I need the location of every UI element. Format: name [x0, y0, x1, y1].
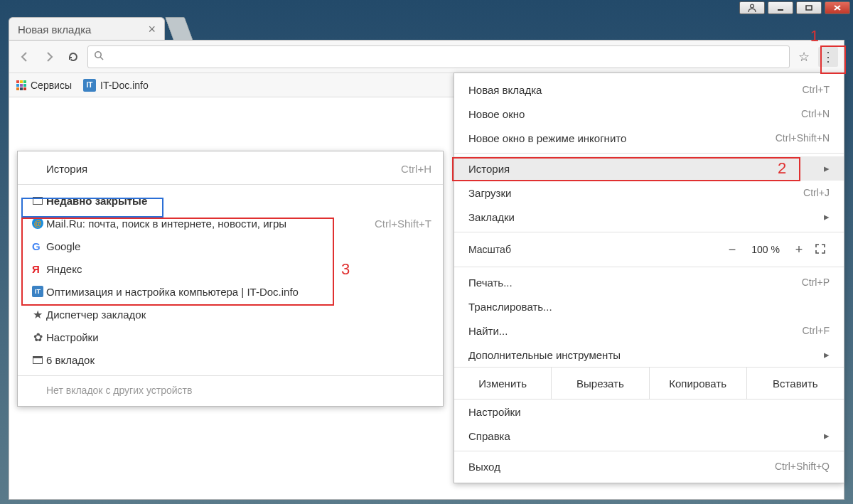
history-header[interactable]: История Ctrl+H	[18, 157, 443, 180]
menu-item-help[interactable]: Справка▸	[454, 424, 844, 448]
svg-point-0	[751, 4, 754, 8]
apps-shortcut[interactable]: Сервисы	[16, 80, 72, 91]
history-item-google[interactable]: G Google	[18, 235, 443, 257]
forward-button[interactable]	[39, 47, 59, 67]
bookmark-label: IT-Doc.info	[100, 80, 149, 91]
menu-item-settings[interactable]: Настройки	[454, 400, 844, 424]
zoom-value: 100 %	[744, 244, 787, 255]
mailru-favicon-icon: @	[29, 218, 46, 229]
apps-grid-icon	[16, 80, 26, 90]
menu-item-print[interactable]: Печать...Ctrl+P	[454, 270, 844, 294]
menu-item-exit[interactable]: ВыходCtrl+Shift+Q	[454, 454, 844, 478]
annotation-label-2: 2	[778, 159, 786, 178]
chevron-right-icon: ▸	[824, 348, 830, 361]
menu-item-new-tab[interactable]: Новая вкладкаCtrl+T	[454, 77, 844, 102]
new-tab-button[interactable]	[165, 17, 193, 41]
main-menu-button[interactable]: ⋮	[818, 47, 838, 67]
six-tabs-item[interactable]: 6 вкладок	[18, 348, 443, 371]
history-item-mailru[interactable]: @ Mail.Ru: почта, поиск в интернете, нов…	[18, 212, 443, 235]
bookmark-item-itdoc[interactable]: IT IT-Doc.info	[83, 79, 149, 92]
history-item-yandex[interactable]: Я Яндекс	[18, 257, 443, 280]
annotation-label-3: 3	[341, 260, 350, 279]
tab-icon	[29, 356, 46, 364]
tab-strip: Новая вкладка ×	[9, 16, 844, 41]
toolbar: ☆ ⋮	[9, 41, 844, 73]
menu-item-find[interactable]: Найти...Ctrl+F	[454, 318, 844, 343]
menu-separator	[454, 232, 844, 232]
no-tabs-footer: Нет вкладок с других устройств	[18, 380, 443, 396]
menu-zoom-row: Масштаб − 100 % +	[454, 235, 844, 264]
edit-copy-button[interactable]: Копировать	[650, 368, 747, 399]
tab-icon	[29, 197, 46, 205]
menu-item-bookmarks[interactable]: Закладки▸	[454, 205, 844, 229]
fullscreen-icon[interactable]	[811, 243, 830, 257]
menu-item-new-window[interactable]: Новое окноCtrl+N	[454, 102, 844, 126]
zoom-label: Масштаб	[468, 244, 720, 255]
svg-rect-2	[806, 6, 812, 10]
edit-paste-button[interactable]: Вставить	[747, 368, 844, 399]
menu-item-incognito[interactable]: Новое окно в режиме инкогнитоCtrl+Shift+…	[454, 126, 844, 150]
back-button[interactable]	[15, 47, 35, 67]
star-icon: ★	[29, 308, 46, 321]
main-menu-dropdown: Новая вкладкаCtrl+T Новое окноCtrl+N Нов…	[454, 73, 844, 483]
apps-label: Сервисы	[31, 80, 72, 91]
annotation-label-1: 1	[810, 27, 819, 45]
menu-item-more-tools[interactable]: Дополнительные инструменты▸	[454, 343, 844, 367]
minimize-button[interactable]	[768, 1, 793, 14]
google-favicon-icon: G	[29, 240, 46, 252]
svg-point-5	[95, 52, 101, 58]
submenu-separator	[18, 375, 443, 376]
os-titlebar	[0, 0, 853, 16]
history-submenu: История Ctrl+H Недавно закрытые @ Mail.R…	[17, 151, 444, 407]
chevron-right-icon: ▸	[824, 162, 830, 175]
menu-item-cast[interactable]: Транслировать...	[454, 294, 844, 318]
close-window-button[interactable]	[825, 1, 850, 14]
itdoc-favicon-icon: IT	[29, 286, 46, 297]
chevron-right-icon: ▸	[824, 210, 830, 223]
menu-separator	[454, 267, 844, 267]
history-item-itdoc[interactable]: IT Оптимизация и настройка компьютера | …	[18, 280, 443, 303]
reload-button[interactable]	[63, 47, 83, 67]
gear-icon: ✿	[29, 331, 46, 344]
address-bar[interactable]	[87, 45, 790, 68]
close-tab-icon[interactable]: ×	[148, 22, 156, 37]
svg-line-6	[100, 57, 103, 60]
maximize-button[interactable]	[796, 1, 822, 14]
menu-separator	[454, 153, 844, 154]
menu-edit-row: Изменить Вырезать Копировать Вставить	[454, 367, 844, 400]
tab-title: Новая вкладка	[18, 23, 91, 36]
zoom-out-button[interactable]: −	[720, 242, 744, 257]
zoom-in-button[interactable]: +	[787, 242, 811, 257]
edit-label: Изменить	[454, 368, 552, 399]
menu-item-downloads[interactable]: ЗагрузкиCtrl+J	[454, 181, 844, 205]
itdoc-favicon-icon: IT	[83, 79, 96, 92]
yandex-favicon-icon: Я	[29, 263, 46, 274]
user-switch-button[interactable]	[739, 1, 765, 14]
settings-item[interactable]: ✿ Настройки	[18, 326, 443, 348]
bookmark-manager-item[interactable]: ★ Диспетчер закладок	[18, 303, 443, 326]
submenu-separator	[18, 184, 443, 185]
menu-separator	[454, 451, 844, 451]
search-icon	[94, 50, 104, 63]
recently-closed-header: Недавно закрытые	[18, 189, 443, 212]
active-tab[interactable]: Новая вкладка ×	[9, 17, 165, 41]
chevron-right-icon: ▸	[824, 429, 830, 442]
edit-cut-button[interactable]: Вырезать	[552, 368, 649, 399]
bookmark-star-icon[interactable]: ☆	[794, 49, 814, 65]
